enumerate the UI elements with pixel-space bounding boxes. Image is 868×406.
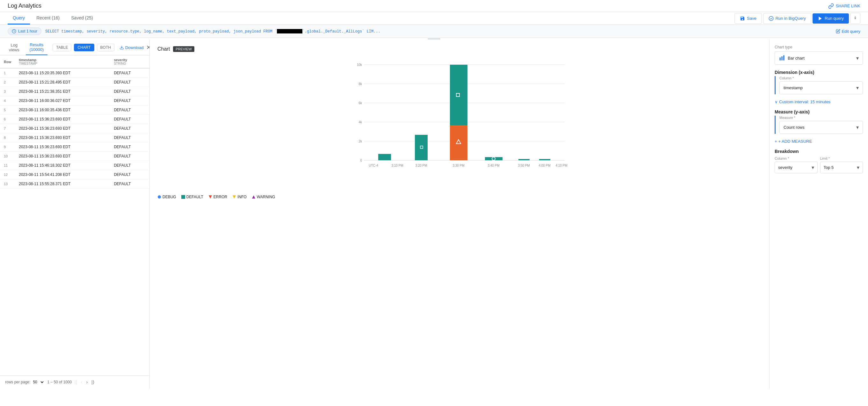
prev-page-button[interactable]: ‹ — [80, 378, 84, 386]
chart-type-value: Bar chart — [788, 56, 805, 61]
tab-both[interactable]: BOTH — [97, 44, 114, 51]
query-text: SELECT timestamp, severity, resource.typ… — [45, 29, 832, 34]
run-query-button[interactable]: Run query — [812, 13, 849, 24]
per-page-selector[interactable]: rows per page: 50 100 — [5, 379, 44, 385]
play-icon — [818, 16, 823, 21]
tab-recent[interactable]: Recent (16) — [31, 12, 65, 25]
row-number: 1 — [0, 68, 15, 78]
measure-select[interactable]: Count rows ▾ — [779, 121, 863, 134]
close-button[interactable]: ✕ — [146, 44, 150, 51]
view-tabs: Log views Results (10000) TABLE CHART BO… — [0, 40, 150, 56]
severity-cell: DEFAULT — [110, 152, 150, 161]
row-number: 5 — [0, 105, 15, 115]
data-table: Row timestamp TIMESTAMP severity STRING — [0, 56, 150, 375]
more-options-button[interactable] — [850, 13, 860, 24]
save-button[interactable]: Save — [735, 13, 762, 24]
dimension-column-value: timestamp — [783, 85, 803, 90]
timestamp-cell: 2023-08-11 15:36:23.693 EDT — [15, 133, 110, 143]
timestamp-cell: 2023-08-11 16:00:35.436 EDT — [15, 105, 110, 115]
bar-1 — [378, 154, 391, 160]
breakdown-limit-chevron: ▾ — [857, 164, 859, 170]
svg-text:4k: 4k — [359, 121, 362, 124]
add-measure-button[interactable]: + + ADD MEASURE — [775, 139, 863, 144]
row-number: 4 — [0, 96, 15, 105]
warning-legend-icon — [252, 195, 255, 199]
per-page-select[interactable]: 50 100 — [32, 379, 44, 385]
row-number: 13 — [0, 180, 15, 189]
severity-cell: DEFAULT — [110, 96, 150, 105]
edit-query-button[interactable]: Edit query — [836, 29, 860, 34]
svg-text:3:50 PM: 3:50 PM — [518, 164, 530, 167]
svg-point-0 — [769, 16, 773, 21]
measure-field-label: Measure * — [779, 116, 863, 120]
bar-6 — [539, 159, 550, 160]
svg-text:4:10 PM: 4:10 PM — [555, 164, 567, 167]
table-row: 2 2023-08-11 15:21:28.495 EDT DEFAULT — [0, 78, 150, 87]
breakdown-column-select[interactable]: severity ▾ — [775, 162, 818, 174]
measure-value: Count rows — [783, 125, 805, 130]
dimension-column-select[interactable]: timestamp ▾ — [779, 81, 863, 94]
tab-log-views[interactable]: Log views — [5, 40, 23, 55]
tab-query[interactable]: Query — [8, 12, 30, 25]
severity-cell: DEFAULT — [110, 161, 150, 170]
svg-text:4:00 PM: 4:00 PM — [538, 164, 550, 167]
chevron-up-down-icon — [853, 15, 858, 20]
plus-icon: + — [775, 139, 777, 144]
chart-svg-container: 10k 8k 6k 4k 2k 0 — [157, 58, 762, 192]
row-number: 9 — [0, 143, 15, 152]
measure-title: Measure (y-axis) — [775, 109, 863, 115]
table-row: 5 2023-08-11 16:00:35.436 EDT DEFAULT — [0, 105, 150, 115]
share-link-button[interactable]: SHARE LINK — [828, 3, 860, 9]
dimension-column-label: Column * — [779, 76, 863, 80]
row-number: 12 — [0, 170, 15, 180]
severity-cell: DEFAULT — [110, 87, 150, 96]
timestamp-cell: 2023-08-11 15:20:35.393 EDT — [15, 68, 110, 78]
chevron-down-icon-interval: ∨ — [775, 99, 778, 104]
row-number: 6 — [0, 115, 15, 124]
bar-chart-icon — [779, 55, 785, 61]
table-row: 10 2023-08-11 15:36:23.693 EDT DEFAULT — [0, 152, 150, 161]
config-panel: Chart type Bar chart ▾ Dimension (x-axis… — [769, 40, 868, 388]
table-row: 9 2023-08-11 15:36:23.693 EDT DEFAULT — [0, 143, 150, 152]
svg-rect-26 — [181, 195, 185, 199]
time-range-chip[interactable]: Last 1 hour — [8, 27, 41, 35]
tab-results[interactable]: Results (10000) — [26, 40, 48, 55]
bigquery-icon — [769, 16, 774, 21]
custom-interval-toggle[interactable]: ∨ Custom interval: 15 minutes — [775, 99, 863, 104]
table-row: 13 2023-08-11 15:55:28.371 EDT DEFAULT — [0, 180, 150, 189]
svg-text:3:30 PM: 3:30 PM — [453, 164, 464, 167]
pagination: rows per page: 50 100 1 – 50 of 1000 ⟨| … — [0, 375, 150, 388]
clock-icon — [12, 29, 16, 33]
svg-text:8k: 8k — [359, 82, 362, 86]
header-tabs: Query Recent (16) Saved (25) Save Run in… — [0, 12, 868, 25]
svg-text:3:40 PM: 3:40 PM — [488, 164, 499, 167]
severity-cell: DEFAULT — [110, 170, 150, 180]
last-page-button[interactable]: |⟩ — [90, 378, 96, 386]
timestamp-cell: 2023-08-11 15:21:38.351 EDT — [15, 87, 110, 96]
tab-table[interactable]: TABLE — [53, 44, 71, 51]
download-button[interactable]: Download — [120, 45, 144, 50]
svg-text:0: 0 — [360, 159, 362, 162]
timestamp-cell: 2023-08-11 15:36:23.693 EDT — [15, 124, 110, 133]
breakdown-limit-select[interactable]: Top 5 ▾ — [820, 162, 863, 174]
svg-point-25 — [158, 195, 161, 198]
first-page-button[interactable]: ⟨| — [73, 378, 79, 386]
app-header: Log Analytics SHARE LINK — [0, 0, 868, 12]
breakdown-title: Breakdown — [775, 149, 863, 154]
svg-text:3:20 PM: 3:20 PM — [415, 164, 427, 167]
svg-text:3:10 PM: 3:10 PM — [391, 164, 403, 167]
next-page-button[interactable]: › — [85, 378, 89, 386]
table-row: 7 2023-08-11 15:36:23.693 EDT DEFAULT — [0, 124, 150, 133]
bar-3-bottom — [450, 125, 467, 160]
severity-cell: DEFAULT — [110, 133, 150, 143]
bar-chart-svg: 10k 8k 6k 4k 2k 0 — [157, 58, 762, 186]
table-row: 8 2023-08-11 15:36:23.693 EDT DEFAULT — [0, 133, 150, 143]
run-bigquery-button[interactable]: Run in BigQuery — [763, 13, 811, 24]
col-header-severity: severity STRING — [110, 56, 150, 68]
tab-saved[interactable]: Saved (25) — [66, 12, 98, 25]
chart-type-chevron: ▾ — [856, 55, 859, 61]
timestamp-cell: 2023-08-11 15:46:18.302 EDT — [15, 161, 110, 170]
tab-chart[interactable]: CHART — [74, 44, 94, 51]
chart-type-select[interactable]: Bar chart ▾ — [775, 51, 863, 65]
timestamp-cell: 2023-08-11 15:36:23.693 EDT — [15, 143, 110, 152]
